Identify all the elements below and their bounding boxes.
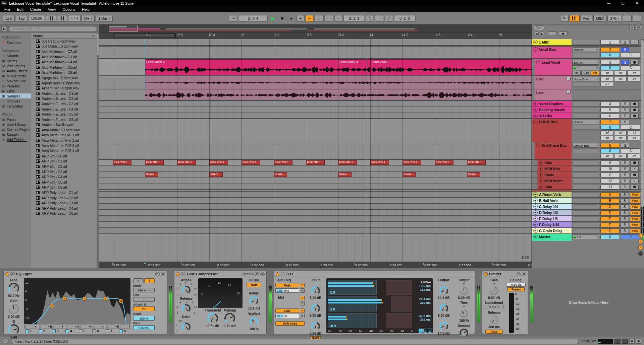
drum-clip[interactable]: Kick 70s 1 bbox=[306, 160, 325, 165]
rail-r-button[interactable]: R bbox=[638, 239, 643, 244]
ott-b-button[interactable]: B bbox=[423, 329, 427, 333]
track-number-cell[interactable]: 4 bbox=[600, 101, 620, 106]
drum-clip[interactable]: Kick 70s 1 bbox=[145, 160, 164, 165]
expand-device-icon[interactable]: ▶ bbox=[10, 272, 15, 276]
list-item[interactable]: ARP Poly Lead - C5.aif bbox=[31, 211, 97, 216]
list-item[interactable]: ARP 5th - C4.aif bbox=[31, 174, 97, 180]
release-knob-dial[interactable] bbox=[182, 304, 191, 313]
menu-item-help[interactable]: Help bbox=[79, 7, 93, 11]
sidebar-item-samples[interactable]: ▩Samples bbox=[0, 93, 31, 98]
pan-center-cell[interactable]: C bbox=[621, 65, 640, 70]
track-name-drum-bus[interactable]: ≡DRUM Bus bbox=[532, 119, 572, 142]
arrangement-track-row[interactable]: Kick 70s 1Kick 70s 1Kick 70s 1Kick 70s 1… bbox=[99, 160, 532, 166]
solo-button[interactable]: S bbox=[621, 108, 629, 112]
eq-band-handle[interactable]: 2 bbox=[62, 296, 67, 301]
soft-clip-toggle[interactable]: Soft bbox=[247, 283, 261, 287]
solo-button[interactable]: S bbox=[621, 222, 629, 227]
time-knob[interactable] bbox=[460, 309, 468, 318]
drywet-knob[interactable] bbox=[250, 317, 258, 326]
track-name-lead-vocal[interactable]: ▼Lead Vocal bbox=[535, 59, 572, 75]
track-number-cell[interactable]: 13 bbox=[600, 185, 620, 189]
time-ruler[interactable]: 0:02:0000:02:5000:03:0000:03:5000:04:000… bbox=[99, 262, 532, 268]
band-filter-select[interactable]: ¬▾ bbox=[118, 325, 131, 329]
low-power-toggle[interactable]: ⊙ bbox=[300, 308, 305, 313]
menu-item-options[interactable]: Options bbox=[59, 7, 78, 11]
fold-device-icon[interactable]: ▼ bbox=[281, 272, 285, 276]
send-level-cell[interactable]: -inf bbox=[600, 130, 613, 135]
post-toggle[interactable]: Post bbox=[630, 198, 640, 203]
pan-button[interactable]: ◑ bbox=[630, 166, 639, 171]
list-item[interactable]: Ambient E...ers - C5.aif bbox=[31, 112, 97, 117]
list-item[interactable]: Acid Meltdown - C3.aif bbox=[31, 54, 97, 60]
sidebar-item-current-projec[interactable]: ▤Current Projec bbox=[0, 127, 31, 132]
track-number-cell[interactable]: D bbox=[600, 210, 620, 215]
solo-button[interactable]: S bbox=[621, 101, 629, 106]
list-item[interactable]: ARP 5th - C2.aif bbox=[31, 164, 97, 169]
key-map-button[interactable]: Key bbox=[581, 15, 592, 22]
capture-midi-button[interactable]: ○ bbox=[334, 15, 342, 22]
arrangement-track-row[interactable] bbox=[99, 166, 532, 172]
tap-tempo-button[interactable]: Tap bbox=[16, 15, 27, 22]
list-item[interactable]: Acid Meltdown - C5.aif bbox=[31, 65, 97, 70]
band-filter-select[interactable]: ◇▾ bbox=[105, 325, 118, 329]
midi-map-button[interactable]: MIDI bbox=[593, 15, 606, 22]
ott-t-button[interactable]: T bbox=[419, 329, 423, 333]
track-header-row[interactable]: ▶E Delay 1/8ESPost bbox=[532, 216, 644, 222]
track-name-f-delay-1-16[interactable]: ▶F Delay 1/16 bbox=[532, 222, 572, 227]
loop-start-field[interactable]: 2. 1. 1 bbox=[343, 15, 365, 22]
input-high-knob[interactable] bbox=[311, 286, 320, 295]
arrangement-track-row[interactable] bbox=[99, 222, 532, 228]
routing-select[interactable]: Vocal Bus▾ bbox=[572, 77, 599, 81]
monitor-off-button[interactable]: Off bbox=[591, 71, 599, 75]
list-item[interactable]: Amp Bmin 150 bpm.wav bbox=[31, 127, 97, 133]
stereo-mode-toggle[interactable]: Stereo bbox=[507, 287, 525, 291]
track-number-cell[interactable]: 3 bbox=[600, 60, 620, 65]
audio-clip[interactable]: Lead Vocal 4 bbox=[338, 59, 370, 75]
solo-button[interactable]: S bbox=[621, 160, 629, 165]
unfold-track-icon[interactable]: ▶ bbox=[533, 101, 538, 106]
output-low-knob[interactable] bbox=[439, 322, 448, 331]
unfold-track-icon[interactable]: ▶ bbox=[539, 166, 543, 171]
list-item[interactable]: ARP 5th - C3.aif bbox=[31, 169, 97, 175]
lane-speaker-icon[interactable]: ◁ bbox=[566, 77, 571, 80]
arm-button[interactable] bbox=[630, 60, 639, 65]
record-button[interactable]: ● bbox=[287, 15, 295, 22]
range-knob[interactable] bbox=[250, 296, 258, 305]
mid-solo-button[interactable]: S bbox=[300, 301, 305, 305]
q-knob[interactable] bbox=[8, 324, 19, 335]
metronome-button[interactable]: O●▾ bbox=[82, 15, 95, 22]
edit-ab-button[interactable]: A bbox=[133, 297, 155, 302]
list-item[interactable]: Akeem Gro...0 bpm.wav bbox=[31, 85, 97, 91]
band-enable-checkbox[interactable] bbox=[79, 329, 83, 333]
pan-cell[interactable]: 0 bbox=[621, 234, 640, 239]
post-toggle[interactable]: Post bbox=[630, 228, 640, 233]
overdub-button[interactable]: ∞ bbox=[305, 15, 313, 22]
track-number-cell[interactable]: 11 bbox=[600, 172, 620, 177]
track-height-button[interactable]: H bbox=[629, 25, 635, 30]
arrangement-track-row[interactable]: SnareSnareSnareSnareSnareSnare bbox=[99, 172, 532, 178]
unfold-track-icon[interactable]: ▶ bbox=[533, 216, 538, 221]
device-on-toggle[interactable] bbox=[5, 272, 9, 276]
sidebar-item-samples[interactable]: ▣Samples bbox=[0, 132, 31, 137]
routing-select[interactable]: Ext. In▾ bbox=[572, 60, 599, 65]
eq-band-handle[interactable]: 4 bbox=[103, 296, 107, 301]
unfold-track-icon[interactable]: ▶ bbox=[533, 198, 538, 203]
routing-select[interactable]: 1▾ bbox=[572, 65, 599, 70]
drum-clip[interactable]: Kick 70s 1 bbox=[209, 160, 228, 165]
track-name-lane[interactable]: Lane◁ bbox=[535, 89, 572, 100]
arrangement-track-row[interactable] bbox=[99, 192, 532, 198]
loop-length-field[interactable]: 0. 2. 0 bbox=[394, 15, 415, 22]
send-level-cell[interactable]: -inf bbox=[600, 77, 613, 81]
post-toggle[interactable]: Post bbox=[630, 204, 640, 209]
arrangement-track-row[interactable] bbox=[99, 119, 532, 142]
master-output-knob[interactable] bbox=[460, 286, 468, 295]
device-title[interactable]: Limiter bbox=[489, 272, 501, 276]
track-header-row[interactable]: ▶Kick9S bbox=[532, 160, 644, 166]
arrangement-track-row[interactable] bbox=[99, 228, 532, 234]
list-item[interactable]: Agogo Bells 90 bpm.wav bbox=[31, 80, 97, 86]
unfold-track-icon[interactable]: ▶ bbox=[539, 172, 543, 177]
track-name-master[interactable]: ▶Master bbox=[532, 234, 572, 241]
makeup-knob[interactable] bbox=[224, 313, 235, 324]
drum-clip[interactable]: Snare bbox=[274, 172, 287, 177]
stop-button[interactable]: ■ bbox=[278, 15, 286, 22]
